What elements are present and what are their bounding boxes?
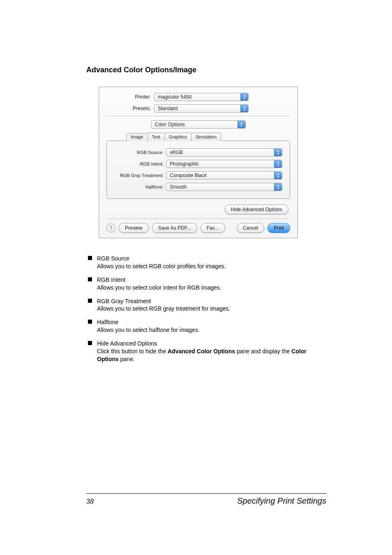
hide-advanced-button[interactable]: Hide Advanced Options — [225, 205, 288, 214]
presets-row: Presets: Standard ▲▼ — [106, 104, 290, 113]
rgb-gray-select[interactable]: Composite Black ▲▼ — [166, 171, 282, 180]
tab-graphics[interactable]: Graphics — [164, 133, 191, 141]
rgb-source-label: RGB Source: — [114, 150, 166, 155]
separator — [106, 116, 290, 116]
stepper-arrows-icon: ▲▼ — [274, 149, 282, 156]
footer-title: Specifying Print Settings — [237, 496, 326, 506]
txt-bold: Advanced Color Options — [168, 348, 235, 355]
item-title: RGB Intent — [97, 276, 326, 284]
halftone-select[interactable]: Smooth ▲▼ — [166, 183, 282, 191]
txt: pane and display the — [235, 348, 291, 355]
page-number: 38 — [86, 498, 94, 505]
cancel-button[interactable]: Cancel — [237, 223, 264, 233]
halftone-label: Halftone: — [114, 184, 166, 189]
rgb-intent-value: Photographic — [170, 161, 282, 167]
rgb-source-select[interactable]: sRGB ▲▼ — [166, 148, 282, 157]
txt: Click this button to hide the — [97, 348, 168, 355]
item-title: RGB Source — [97, 255, 326, 263]
stepper-arrows-icon: ▲▼ — [274, 183, 282, 191]
fax-button[interactable]: Fax... — [201, 223, 225, 233]
list-item: Halftone Allows you to select halftone f… — [86, 318, 326, 334]
item-desc: Allows you to select color intent for RG… — [97, 284, 326, 292]
page-footer: 38 Specifying Print Settings — [86, 493, 326, 506]
save-as-pdf-button[interactable]: Save As PDF... — [152, 223, 197, 233]
tab-simulation[interactable]: Simulation — [191, 133, 221, 141]
list-item: RGB Gray Treatment Allows you to select … — [86, 297, 326, 313]
rgb-gray-value: Composite Black — [170, 173, 282, 178]
item-title: RGB Gray Treatment — [97, 297, 326, 305]
print-button[interactable]: Print — [267, 223, 290, 233]
tab-image[interactable]: Image — [126, 133, 148, 141]
preview-button[interactable]: Preview — [119, 223, 149, 233]
tab-frame: RGB Source: sRGB ▲▼ RGB Intent: Photogra… — [106, 140, 290, 199]
txt: pane. — [119, 356, 135, 362]
rgb-source-value: sRGB — [170, 150, 282, 155]
section-heading: Advanced Color Options/Image — [86, 66, 326, 74]
color-options-tabs: Image Text Graphics Simulation RGB Sourc… — [106, 133, 290, 199]
rgb-intent-label: RGB Intent: — [114, 161, 166, 166]
presets-value: Standard — [158, 106, 248, 111]
item-desc: Allows you to select halftone for images… — [97, 326, 326, 334]
stepper-arrows-icon: ▲▼ — [238, 121, 245, 128]
item-desc: Allows you to select RGB gray treatment … — [97, 305, 326, 313]
halftone-value: Smooth — [170, 184, 282, 190]
pane-value: Color Options — [155, 122, 245, 127]
rgb-gray-label: RGB Gray Treatment: — [114, 173, 166, 178]
presets-select[interactable]: Standard ▲▼ — [154, 104, 249, 113]
printer-row: Printer: magicolor 5450 ▲▼ — [106, 93, 290, 101]
printer-label: Printer: — [106, 94, 154, 100]
separator — [106, 219, 290, 219]
stepper-arrows-icon: ▲▼ — [240, 93, 248, 101]
print-dialog: Printer: magicolor 5450 ▲▼ Presets: Stan… — [99, 87, 298, 238]
list-item: RGB Intent Allows you to select color in… — [86, 276, 326, 292]
presets-label: Presets: — [106, 106, 154, 111]
help-button[interactable]: ? — [106, 223, 115, 233]
printer-value: magicolor 5450 — [158, 94, 248, 100]
item-desc: Click this button to hide the Advanced C… — [97, 348, 326, 363]
item-title: Hide Advanced Options — [97, 340, 326, 348]
list-item: RGB Source Allows you to select RGB colo… — [86, 255, 326, 270]
list-item: Hide Advanced Options Click this button … — [86, 340, 326, 363]
printer-select[interactable]: magicolor 5450 ▲▼ — [154, 93, 249, 101]
item-desc: Allows you to select RGB color profiles … — [97, 263, 326, 270]
stepper-arrows-icon: ▲▼ — [240, 105, 248, 112]
item-title: Halftone — [97, 318, 326, 326]
stepper-arrows-icon: ▲▼ — [274, 172, 282, 179]
rgb-intent-select[interactable]: Photographic ▲▼ — [166, 160, 282, 168]
pane-select[interactable]: Color Options ▲▼ — [151, 120, 246, 129]
stepper-arrows-icon: ▲▼ — [274, 160, 282, 168]
footer-rule — [86, 493, 326, 494]
tab-text[interactable]: Text — [148, 133, 165, 141]
